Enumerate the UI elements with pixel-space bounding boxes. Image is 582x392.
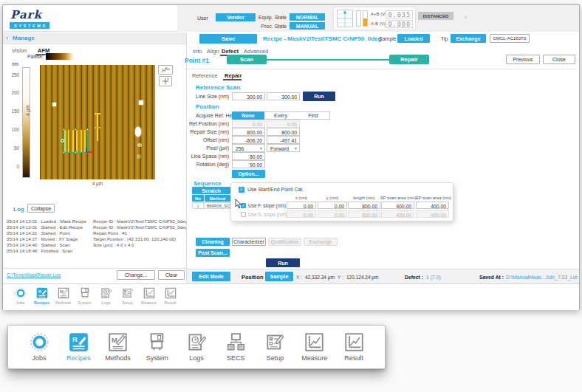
recipe-title: Recipe - MaskV2\Test\TSMC CrNP50_0deg: [263, 35, 381, 42]
acquire-every-option[interactable]: Every: [264, 111, 297, 120]
tip-exchange-button[interactable]: Exchange: [451, 34, 486, 43]
edit-mode-button[interactable]: Edit Mode: [192, 272, 230, 281]
f-slope-x-input[interactable]: 0.00: [287, 202, 316, 209]
user-role-button[interactable]: Vendor: [216, 13, 256, 21]
toolbar-item-methods[interactable]: Methods: [52, 284, 74, 310]
point-label: Point #1: [185, 57, 209, 64]
measure-line-tick: [95, 127, 100, 128]
stage-scan-pill[interactable]: Scan: [227, 55, 267, 64]
pixel-select[interactable]: 256: [232, 144, 265, 152]
callout-item-logs[interactable]: Logs: [177, 332, 216, 362]
characterizer-button[interactable]: Characterizer: [232, 238, 266, 246]
callout-item-label: Methods: [105, 354, 131, 362]
f-slope-ep-input[interactable]: 400.00: [416, 202, 449, 209]
s-slope-length-input[interactable]: 800.00: [348, 210, 380, 218]
proc-state-badge[interactable]: MANUAL: [290, 22, 325, 30]
sample-coordinate-button[interactable]: Sample: [265, 272, 293, 281]
histogram-icon: [161, 66, 171, 73]
equip-state-badge[interactable]: NORMAL: [290, 13, 325, 21]
repair-size-y-input[interactable]: 800.00: [267, 128, 300, 136]
line-profile-button[interactable]: [159, 76, 172, 86]
log-collapse-button[interactable]: Collapse: [27, 204, 55, 213]
log-change-button[interactable]: Change...: [117, 270, 155, 280]
callout-item-methods[interactable]: Methods: [99, 332, 137, 362]
scale-tick: 200: [4, 90, 19, 95]
afm-image[interactable]: [40, 65, 155, 179]
distanced-button[interactable]: DISTANCED: [418, 12, 453, 20]
defect-mark: [137, 154, 141, 159]
sequence-row-no[interactable]: 1: [192, 202, 204, 209]
tab-vision[interactable]: Vision: [12, 47, 27, 54]
callout-item-jobs[interactable]: Jobs: [20, 332, 58, 362]
callout-item-result[interactable]: Result: [335, 332, 373, 362]
option-button[interactable]: Option...: [232, 170, 265, 178]
scan-direction-select[interactable]: Forward: [267, 144, 300, 152]
ref-position-x-input[interactable]: 0.00: [232, 120, 265, 128]
s-slope-sp-input[interactable]: 400.00: [381, 210, 414, 218]
sequence-row-method[interactable]: BMR06_SC_C: [205, 202, 230, 209]
rotation-input[interactable]: 90.00: [232, 160, 265, 168]
previous-button[interactable]: Previous: [506, 55, 540, 64]
acquire-first-option[interactable]: First: [297, 111, 329, 120]
toolbar-item-measure[interactable]: Measure: [138, 284, 160, 310]
line-size-y-input[interactable]: 300.00: [267, 92, 300, 100]
s-slope-checkbox[interactable]: [241, 212, 246, 217]
tab-align[interactable]: Align: [207, 48, 219, 55]
tab-advanced[interactable]: Advanced: [244, 48, 268, 55]
s-slope-x-input[interactable]: 0.00: [287, 210, 316, 218]
subtab-reference[interactable]: Reference: [192, 72, 218, 79]
post-scan-button[interactable]: Post Scan...: [196, 249, 230, 257]
subtab-repair[interactable]: Repair: [225, 72, 242, 79]
toolbar-item-label: Jobs: [16, 300, 25, 305]
toolbar-item-setup[interactable]: Setup: [117, 284, 138, 310]
toolbar-item-result[interactable]: Result: [160, 284, 181, 310]
chevron-right-icon[interactable]: ›: [465, 13, 467, 21]
run-button[interactable]: Run: [266, 258, 300, 267]
repair-selection-rect[interactable]: [64, 129, 88, 153]
scratch-button[interactable]: Scratch: [192, 187, 230, 194]
f-slope-y-input[interactable]: 0.00: [318, 202, 347, 209]
toolbar-item-recipes[interactable]: Recipes: [31, 284, 52, 310]
f-slope-length-input[interactable]: 800.00: [348, 202, 380, 209]
tip-model-button[interactable]: OMCL-AC160TS: [490, 34, 530, 43]
selection-anchor-handle[interactable]: [61, 139, 64, 142]
repair-size-x-input[interactable]: 800.00: [232, 128, 265, 136]
callout-item-secs[interactable]: SECS: [216, 332, 255, 362]
offset-y-input[interactable]: -497.41: [267, 136, 300, 144]
callout-item-system[interactable]: System: [138, 332, 177, 362]
palette-gradient-bar[interactable]: [46, 53, 74, 60]
tab-defect[interactable]: Defect: [222, 48, 239, 55]
col-header-x: x (nm): [287, 196, 316, 200]
s-slope-y-input[interactable]: 0.00: [318, 210, 347, 218]
log-path-link[interactable]: C:\Temp\MaskRepair.Log: [7, 272, 61, 278]
f-slope-sp-input[interactable]: 400.00: [381, 202, 414, 209]
acquire-none-option[interactable]: None: [232, 111, 264, 120]
collapse-panel-icon[interactable]: ‹: [6, 35, 8, 41]
offset-x-input[interactable]: -806.20: [232, 136, 265, 144]
log-clear-button[interactable]: Clear: [158, 270, 185, 280]
close-button[interactable]: Close: [543, 55, 575, 64]
exchange-button[interactable]: Exchange: [304, 238, 338, 246]
toolbar-item-system[interactable]: System: [74, 284, 95, 310]
callout-item-recipes[interactable]: Recipes: [59, 332, 97, 362]
line-space-input[interactable]: 80.00: [232, 152, 265, 160]
histogram-button[interactable]: [158, 65, 173, 75]
cleaning-button[interactable]: Cleaning: [196, 238, 230, 246]
selection-y-axis-marker: [86, 148, 87, 153]
sample-state-button[interactable]: Loaded: [397, 34, 430, 43]
stage-repair-pill[interactable]: Repair: [389, 55, 429, 64]
toolbar-item-jobs[interactable]: Jobs: [10, 284, 31, 310]
callout-item-setup[interactable]: Setup: [256, 332, 295, 362]
qualification-button[interactable]: Qualification: [268, 238, 301, 246]
reference-run-button[interactable]: Run: [303, 92, 335, 101]
line-size-x-input[interactable]: 300.00: [232, 92, 265, 100]
point-bar-divider: [185, 69, 576, 69]
tab-info[interactable]: Info: [193, 48, 202, 55]
save-button[interactable]: Save: [199, 34, 257, 44]
s-slope-ep-input[interactable]: 400.00: [416, 210, 449, 218]
screen: Park SYSTEMS User Vendor Equip. State NO…: [0, 0, 582, 392]
use-cal-checkbox[interactable]: [239, 187, 244, 193]
toolbar-item-logs[interactable]: Logs: [95, 284, 117, 310]
callout-item-measure[interactable]: Measure: [295, 332, 334, 362]
ref-position-y-input[interactable]: 0.00: [267, 120, 300, 128]
